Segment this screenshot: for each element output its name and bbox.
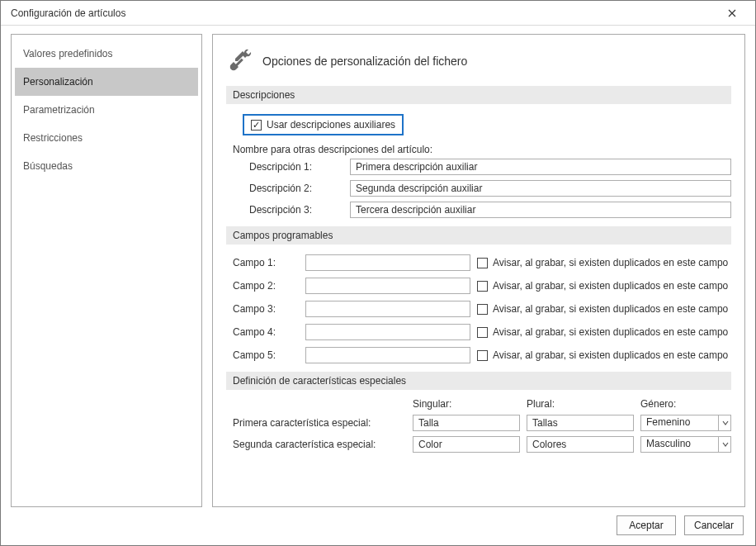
cancel-button[interactable]: Cancelar — [684, 515, 744, 535]
campo5-warn: Avisar, al grabar, si existen duplicados… — [477, 349, 731, 361]
campo2-warn: Avisar, al grabar, si existen duplicados… — [477, 280, 731, 292]
def1-plural-input[interactable] — [527, 415, 634, 431]
col-singular: Singular: — [413, 398, 520, 410]
campo4-input[interactable] — [305, 324, 470, 340]
def2-singular-input[interactable] — [413, 436, 520, 453]
section-descripciones: Descripciones — [226, 86, 731, 104]
campo3-warn: Avisar, al grabar, si existen duplicados… — [477, 303, 731, 315]
campos-grid: Campo 1: Avisar, al grabar, si existen d… — [233, 254, 731, 363]
def1-label: Primera característica especial: — [233, 417, 406, 429]
aux-desc-checkbox[interactable] — [251, 120, 262, 131]
window-title: Configuración de artículos — [11, 7, 716, 19]
campo4-warn: Avisar, al grabar, si existen duplicados… — [477, 326, 731, 338]
desc3-input[interactable] — [350, 202, 731, 218]
def1-genero-select[interactable]: Femenino — [640, 415, 731, 431]
defs-block: Singular: Plural: Género: Primera caract… — [233, 398, 731, 453]
def2-genero-value: Masculino — [640, 436, 731, 453]
sidebar-item-busquedas[interactable]: Búsquedas — [15, 152, 198, 180]
desc1-input[interactable] — [350, 159, 731, 175]
def-row-1: Primera característica especial: Femenin… — [233, 415, 731, 431]
def2-plural-input[interactable] — [527, 436, 634, 453]
campo5-input[interactable] — [305, 347, 470, 363]
sidebar-item-parametrizacion[interactable]: Parametrización — [15, 96, 198, 124]
campo1-warn-label: Avisar, al grabar, si existen duplicados… — [493, 257, 728, 268]
campo2-label: Campo 2: — [233, 280, 299, 292]
sidebar-item-valores[interactable]: Valores predefinidos — [15, 40, 198, 68]
close-button[interactable] — [716, 2, 749, 25]
campo1-warn-checkbox[interactable] — [477, 258, 488, 268]
desc2-input[interactable] — [350, 180, 731, 197]
defs-header: Singular: Plural: Género: — [233, 398, 731, 410]
col-genero: Género: — [640, 398, 731, 410]
sidebar-item-restricciones[interactable]: Restricciones — [15, 124, 198, 152]
campo1-label: Campo 1: — [233, 257, 299, 268]
desc3-label: Descripción 3: — [246, 204, 345, 216]
campo5-label: Campo 5: — [233, 349, 299, 361]
dialog-body: Valores predefinidos Personalización Par… — [1, 26, 755, 507]
campo5-warn-checkbox[interactable] — [477, 350, 488, 361]
campo2-input[interactable] — [305, 278, 470, 294]
desc1-label: Descripción 1: — [246, 161, 345, 173]
campo1-input[interactable] — [305, 254, 470, 271]
campo3-label: Campo 3: — [233, 303, 299, 315]
window: Configuración de artículos Valores prede… — [0, 0, 756, 546]
tools-icon — [226, 48, 253, 74]
section-defs: Definición de características especiales — [226, 372, 731, 390]
panel-header: Opciones de personalización del fichero — [226, 48, 731, 74]
campo3-warn-checkbox[interactable] — [477, 304, 488, 315]
main-panel: Opciones de personalización del fichero … — [212, 34, 745, 507]
campo4-warn-label: Avisar, al grabar, si existen duplicados… — [493, 326, 728, 338]
sidebar: Valores predefinidos Personalización Par… — [11, 34, 202, 507]
sidebar-item-personalizacion[interactable]: Personalización — [15, 68, 198, 96]
titlebar: Configuración de artículos — [1, 1, 755, 26]
def2-genero-select[interactable]: Masculino — [640, 436, 731, 453]
close-icon — [728, 9, 736, 17]
accept-button[interactable]: Aceptar — [617, 515, 676, 535]
panel-heading: Opciones de personalización del fichero — [262, 55, 467, 68]
def1-genero-value: Femenino — [640, 415, 731, 431]
dialog-footer: Aceptar Cancelar — [1, 507, 755, 545]
campo1-warn: Avisar, al grabar, si existen duplicados… — [477, 257, 731, 268]
campo4-label: Campo 4: — [233, 326, 299, 338]
campo3-input[interactable] — [305, 301, 470, 317]
def1-singular-input[interactable] — [413, 415, 520, 431]
desc-subheading: Nombre para otras descripciones del artí… — [233, 144, 731, 155]
campo2-warn-label: Avisar, al grabar, si existen duplicados… — [493, 280, 728, 292]
aux-desc-label: Usar descripciones auxiliares — [267, 119, 395, 131]
def2-label: Segunda característica especial: — [233, 439, 406, 450]
campo4-warn-checkbox[interactable] — [477, 327, 488, 338]
col-plural: Plural: — [527, 398, 634, 410]
campo3-warn-label: Avisar, al grabar, si existen duplicados… — [493, 303, 728, 315]
def-row-2: Segunda característica especial: Masculi… — [233, 436, 731, 453]
campo5-warn-label: Avisar, al grabar, si existen duplicados… — [493, 349, 728, 361]
aux-desc-highlight: Usar descripciones auxiliares — [243, 114, 404, 135]
desc2-label: Descripción 2: — [246, 183, 345, 194]
desc-grid: Descripción 1: Descripción 2: Descripció… — [246, 159, 731, 218]
campo2-warn-checkbox[interactable] — [477, 281, 488, 292]
section-campos: Campos programables — [226, 226, 731, 245]
